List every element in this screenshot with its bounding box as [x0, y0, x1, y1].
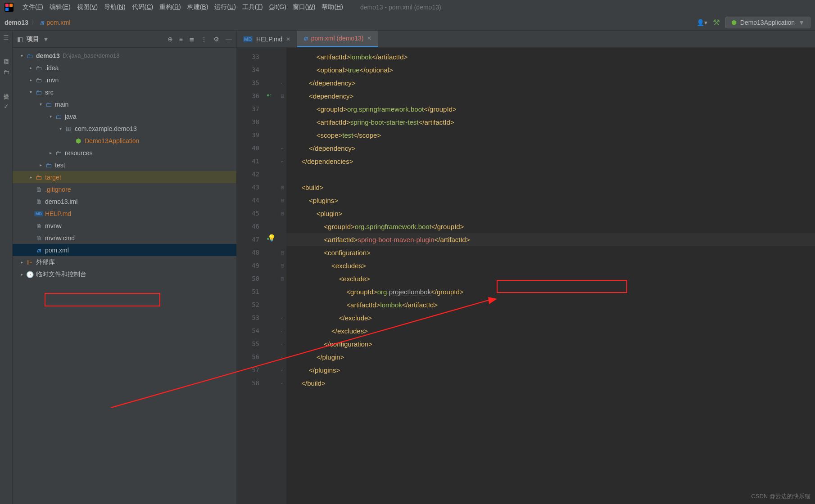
fold-icon[interactable]: ⊟: [278, 194, 286, 207]
menu-item[interactable]: 工具(T): [240, 1, 266, 13]
code-line[interactable]: <scope>test</scope>: [286, 129, 815, 142]
tree-row[interactable]: 🕓临时文件和控制台: [13, 268, 236, 280]
editor-tab[interactable]: mpom.xml (demo13)✕: [297, 31, 378, 47]
menu-item[interactable]: 导航(N): [101, 1, 128, 13]
code-line[interactable]: <artifactId>spring-boot-maven-plugin</ar…: [286, 233, 815, 246]
line-number[interactable]: 48: [237, 246, 265, 259]
tree-arrow-icon[interactable]: [18, 260, 25, 265]
tree-row[interactable]: ⬢Demo13Application: [13, 135, 236, 147]
fold-icon[interactable]: ⌐: [278, 377, 286, 390]
fold-icon[interactable]: ⌐: [278, 351, 286, 364]
code-line[interactable]: </plugin>: [286, 351, 815, 364]
breadcrumb[interactable]: demo13 〉 m pom.xml: [5, 18, 70, 27]
editor-tab[interactable]: MDHELP.md✕: [237, 31, 297, 47]
panel-view-icon[interactable]: ◧: [17, 36, 23, 43]
tree-arrow-icon[interactable]: [57, 126, 64, 131]
line-number[interactable]: 58: [237, 377, 265, 390]
code-line[interactable]: <artifactId>lombok</artifactId>: [286, 298, 815, 311]
fold-icon[interactable]: [278, 50, 286, 63]
fold-icon[interactable]: ⊟: [278, 207, 286, 220]
line-number[interactable]: 36: [237, 90, 265, 103]
tree-row[interactable]: 🗎.gitignore: [13, 183, 236, 195]
line-number[interactable]: 52: [237, 298, 265, 311]
tree-row[interactable]: 🗎mvnw: [13, 220, 236, 232]
tree-arrow-icon[interactable]: [47, 114, 54, 119]
tree-row[interactable]: 🗀resources: [13, 147, 236, 159]
fold-icon[interactable]: [278, 233, 286, 246]
tree-arrow-icon[interactable]: [18, 53, 25, 58]
close-icon[interactable]: ✕: [367, 35, 371, 41]
code-line[interactable]: </dependency>: [286, 142, 815, 155]
code-line[interactable]: <groupId>org.springframework.boot</group…: [286, 220, 815, 233]
chevron-down-icon[interactable]: ▼: [43, 36, 49, 43]
menu-item[interactable]: 构建(B): [185, 1, 211, 13]
tree-row[interactable]: 🗎demo13.iml: [13, 195, 236, 207]
fold-icon[interactable]: [278, 298, 286, 311]
tree-row[interactable]: mpom.xml: [13, 244, 236, 256]
menu-item[interactable]: 重构(R): [157, 1, 183, 13]
tree-row[interactable]: MDHELP.md: [13, 207, 236, 220]
line-number[interactable]: 35: [237, 76, 265, 90]
gutter-marks[interactable]: ●↑●↑💡: [265, 48, 278, 504]
line-number[interactable]: 33: [237, 50, 265, 63]
menu-item[interactable]: Git(G): [267, 1, 289, 13]
folder-tool-icon[interactable]: 🗀: [3, 68, 9, 76]
project-tool-icon[interactable]: ☰: [3, 34, 9, 41]
fold-icon[interactable]: ⌐: [278, 338, 286, 351]
build-icon[interactable]: ⚒: [713, 18, 720, 27]
tree-arrow-icon[interactable]: [27, 175, 34, 180]
fold-icon[interactable]: ⌐: [278, 324, 286, 338]
code-line[interactable]: </dependency>: [286, 76, 815, 90]
code-content[interactable]: <artifactId>lombok</artifactId> <optiona…: [286, 48, 815, 504]
line-number[interactable]: 51: [237, 285, 265, 298]
code-line[interactable]: <groupId>org.projectlombok</groupId>: [286, 285, 815, 298]
line-number[interactable]: 38: [237, 116, 265, 129]
line-number[interactable]: 44: [237, 194, 265, 207]
line-number[interactable]: 42: [237, 168, 265, 181]
tree-row[interactable]: 🗀.mvn: [13, 74, 236, 86]
code-line[interactable]: <dependency>: [286, 90, 815, 103]
tree-arrow-icon[interactable]: [47, 150, 54, 155]
code-line[interactable]: <exclude>: [286, 272, 815, 285]
menu-item[interactable]: 文件(F): [20, 1, 46, 13]
commit-tool-icon[interactable]: ✓: [4, 103, 9, 110]
code-line[interactable]: <plugin>: [286, 207, 815, 220]
line-number[interactable]: 47: [237, 233, 265, 246]
tree-arrow-icon[interactable]: [27, 77, 34, 82]
code-line[interactable]: <configuration>: [286, 246, 815, 259]
tree-arrow-icon[interactable]: [37, 162, 44, 167]
menu-item[interactable]: 编辑(E): [47, 1, 73, 13]
code-line[interactable]: </configuration>: [286, 338, 815, 351]
intention-bulb-icon[interactable]: 💡: [267, 234, 276, 242]
fold-icon[interactable]: [278, 103, 286, 116]
line-number[interactable]: 39: [237, 129, 265, 142]
hide-icon[interactable]: —: [226, 36, 232, 43]
fold-icon[interactable]: ⊟: [278, 246, 286, 259]
tree-row[interactable]: 🗀test: [13, 159, 236, 171]
collapse-icon[interactable]: ≣: [189, 36, 195, 43]
fold-icon[interactable]: [278, 285, 286, 298]
code-line[interactable]: </dependencies>: [286, 155, 815, 168]
tree-row[interactable]: 🗀java: [13, 110, 236, 122]
line-number[interactable]: 40: [237, 142, 265, 155]
fold-icon[interactable]: ⌐: [278, 364, 286, 377]
fold-column[interactable]: ⌐⊟⌐⌐⊟⊟⊟⊟⊟⊟⌐⌐⌐⌐⌐⌐: [278, 48, 286, 504]
close-icon[interactable]: ✕: [286, 36, 290, 42]
breadcrumb-file[interactable]: pom.xml: [46, 19, 70, 26]
line-number[interactable]: 45: [237, 207, 265, 220]
code-line[interactable]: <optional>true</optional>: [286, 63, 815, 76]
fold-icon[interactable]: ⊟: [278, 90, 286, 103]
fold-icon[interactable]: [278, 129, 286, 142]
fold-icon[interactable]: ⊟: [278, 181, 286, 194]
editor-body[interactable]: 3334353637383940414243444546474849505152…: [237, 48, 815, 504]
tree-arrow-icon[interactable]: [27, 90, 34, 94]
line-number[interactable]: 55: [237, 338, 265, 351]
line-number[interactable]: 49: [237, 259, 265, 272]
code-line[interactable]: </plugins>: [286, 364, 815, 377]
line-number[interactable]: 54: [237, 324, 265, 338]
code-line[interactable]: </excludes>: [286, 324, 815, 338]
line-number[interactable]: 57: [237, 364, 265, 377]
tree-row[interactable]: 🗀target: [13, 171, 236, 183]
fold-icon[interactable]: ⌐: [278, 142, 286, 155]
line-number[interactable]: 56: [237, 351, 265, 364]
